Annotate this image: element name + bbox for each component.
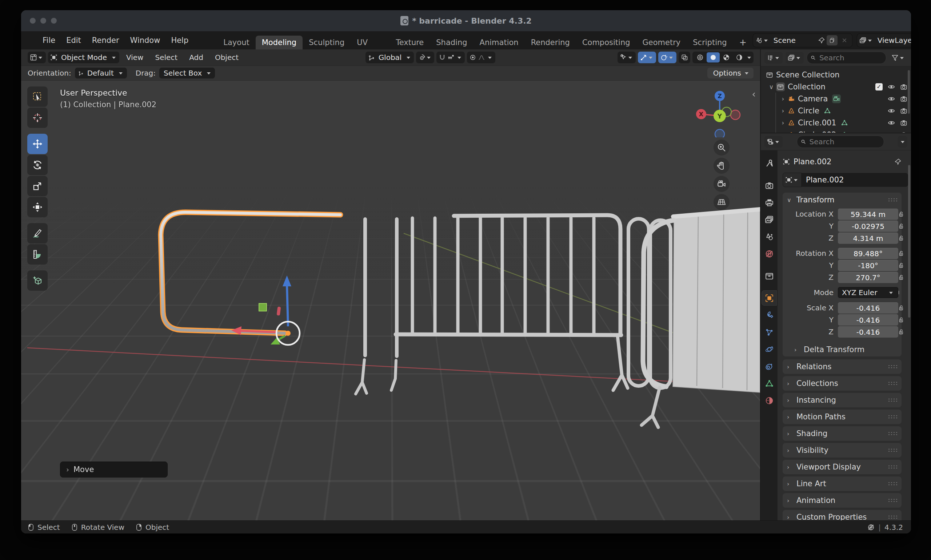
menu-edit[interactable]: Edit [61, 31, 86, 49]
drag-handle-icon[interactable] [888, 365, 897, 369]
tab-constraints[interactable] [761, 358, 777, 374]
transform-panel-header[interactable]: ∨ Transform [783, 192, 902, 207]
tool-add-cube[interactable] [27, 270, 48, 291]
breadcrumb-object-name[interactable]: Plane.002 [794, 157, 831, 166]
outliner-row-scene-collection[interactable]: Scene Collection [761, 69, 911, 81]
value-slider[interactable]: 59.344 m [838, 209, 898, 220]
lock-icon[interactable] [898, 329, 904, 335]
add-workspace-button[interactable]: + [733, 35, 753, 49]
tool-transform[interactable] [27, 197, 48, 217]
viewlayer-name[interactable]: ViewLayer [873, 36, 911, 45]
tab-view-layer[interactable] [761, 212, 777, 227]
camera-visibility-icon[interactable] [900, 107, 907, 114]
eye-icon[interactable] [888, 95, 895, 103]
show-object-types-button[interactable] [618, 52, 636, 63]
tab-sculpting[interactable]: Sculpting [302, 35, 351, 49]
drag-handle-icon[interactable] [888, 198, 897, 202]
expand-icon[interactable]: › [778, 95, 788, 103]
properties-scrollbar[interactable] [908, 165, 910, 318]
drag-handle-icon[interactable] [888, 498, 897, 503]
barricade-fence[interactable] [396, 215, 628, 390]
lock-icon[interactable] [898, 262, 904, 268]
properties-search-input[interactable] [809, 137, 880, 146]
eye-icon[interactable] [888, 119, 895, 126]
lock-icon[interactable] [898, 305, 904, 311]
tool-annotate[interactable] [27, 223, 48, 243]
tab-collection[interactable] [761, 268, 777, 283]
shading-wireframe-button[interactable] [694, 52, 707, 63]
menu-add[interactable]: Add [184, 53, 208, 62]
menu-select[interactable]: Select [150, 53, 182, 62]
section-animation[interactable]: ›Animation [783, 493, 902, 508]
lock-icon[interactable] [898, 235, 904, 241]
section-viewport-display[interactable]: ›Viewport Display [783, 460, 902, 474]
tab-shading[interactable]: Shading [430, 35, 473, 49]
tool-scale[interactable] [27, 176, 48, 196]
snap-target-icon[interactable] [447, 54, 455, 61]
pin-icon[interactable] [818, 37, 825, 44]
camera-visibility-icon[interactable] [900, 95, 907, 103]
new-scene-button[interactable] [827, 35, 837, 45]
snap-magnet-icon[interactable] [439, 54, 446, 61]
outliner-filter-button[interactable] [889, 52, 907, 64]
eye-icon[interactable] [888, 131, 895, 133]
value-slider[interactable]: -0.416 [838, 326, 898, 338]
value-slider[interactable]: 270.7° [838, 272, 898, 283]
barricade-end-loops[interactable] [629, 219, 671, 388]
tab-compositing[interactable]: Compositing [576, 35, 637, 49]
object-name-input[interactable] [802, 173, 908, 187]
barricade-panel[interactable] [641, 209, 760, 428]
outliner-row-collection[interactable]: ∨ Collection ✓ [761, 81, 911, 93]
eye-icon[interactable] [888, 83, 895, 91]
outliner-search[interactable] [807, 52, 886, 64]
section-shading[interactable]: ›Shading [783, 426, 902, 441]
section-custom-properties[interactable]: ›Custom Properties [783, 510, 902, 520]
section-visibility[interactable]: ›Visibility [783, 443, 902, 457]
menu-object[interactable]: Object [210, 53, 243, 62]
transform-orientation-selector[interactable]: Global [365, 52, 414, 63]
value-slider[interactable]: -180° [838, 260, 898, 271]
axis-navigation-gizmo[interactable]: Z X Y [696, 86, 747, 137]
menu-render[interactable]: Render [86, 31, 125, 49]
lock-icon[interactable] [898, 274, 904, 280]
editor-type-button[interactable] [28, 52, 46, 63]
tab-texture-paint[interactable]: Texture Paint [390, 35, 430, 49]
orientation-setting-dropdown[interactable]: Default [75, 68, 127, 78]
drag-handle-icon[interactable] [888, 431, 897, 436]
camera-visibility-icon[interactable] [900, 83, 907, 91]
tool-measure[interactable] [27, 244, 48, 265]
barricade-loose-bars[interactable] [356, 219, 397, 394]
tab-world[interactable] [761, 246, 777, 261]
shading-material-button[interactable] [720, 52, 733, 63]
pivot-point-button[interactable] [416, 52, 434, 63]
tab-output[interactable] [761, 195, 777, 210]
outliner-search-input[interactable] [818, 53, 882, 63]
scene-name[interactable]: Scene [769, 36, 818, 45]
drag-handle-icon[interactable] [888, 448, 897, 452]
tab-particles[interactable] [761, 325, 777, 340]
proportional-editing-icon[interactable] [469, 54, 476, 61]
value-slider[interactable]: -0.416 [838, 302, 898, 314]
unlink-scene-button[interactable] [839, 35, 850, 45]
falloff-curve-icon[interactable] [478, 54, 485, 61]
gizmo-plane-handle-red[interactable] [277, 307, 281, 316]
tab-scripting[interactable]: Scripting [687, 35, 733, 49]
collection-checkbox[interactable]: ✓ [876, 83, 883, 91]
tool-move[interactable] [27, 134, 48, 154]
tab-uv-editing[interactable]: UV Editing [351, 35, 390, 49]
section-line-art[interactable]: ›Line Art [783, 477, 902, 491]
maximize-window-button[interactable] [51, 18, 57, 24]
outliner-display-mode-button[interactable] [765, 52, 783, 64]
menu-file[interactable]: File [37, 31, 61, 49]
tab-layout[interactable]: Layout [217, 35, 255, 49]
show-gizmo-button[interactable] [638, 52, 656, 63]
eye-icon[interactable] [888, 107, 895, 114]
drag-handle-icon[interactable] [888, 465, 897, 469]
outliner-row-circle[interactable]: › Circle [761, 105, 911, 117]
camera-visibility-icon[interactable] [900, 131, 907, 133]
tab-object[interactable] [761, 290, 777, 306]
scene-selector[interactable]: Scene [753, 34, 852, 47]
viewlayer-selector[interactable]: ViewLayer [857, 34, 911, 47]
operator-redo-panel[interactable]: › Move [60, 462, 168, 477]
tab-geometry-nodes[interactable]: Geometry Nodes [637, 35, 687, 49]
